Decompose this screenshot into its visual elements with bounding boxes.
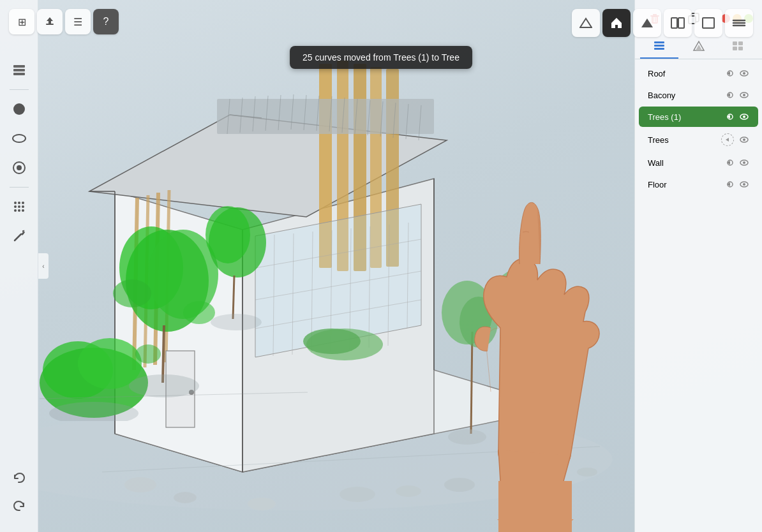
- svg-point-78: [135, 344, 161, 364]
- wand-icon: [12, 229, 26, 243]
- svg-rect-135: [738, 47, 743, 50]
- layer-arrow-wall: [724, 158, 734, 168]
- svg-rect-134: [733, 47, 737, 50]
- svg-point-56: [535, 475, 563, 488]
- layer-eye-floor[interactable]: [739, 179, 749, 189]
- radio-circle-button[interactable]: [6, 155, 32, 181]
- grid-icon: ⊞: [18, 16, 26, 28]
- svg-rect-133: [738, 41, 743, 45]
- layer-name-floor: Floor: [648, 180, 719, 189]
- undo-button[interactable]: [6, 466, 32, 491]
- lines-button[interactable]: [725, 9, 753, 37]
- menu-button[interactable]: ☰: [65, 9, 91, 34]
- svg-point-63: [493, 270, 538, 327]
- split-view-icon: [671, 17, 685, 29]
- layer-eye-trees[interactable]: [739, 135, 749, 145]
- layer-name-roof: Roof: [648, 69, 719, 78]
- svg-point-55: [499, 473, 522, 484]
- undo-icon: [12, 471, 26, 485]
- help-button[interactable]: ?: [93, 9, 119, 34]
- svg-line-114: [15, 234, 21, 240]
- dots-grid-icon: [12, 200, 26, 214]
- svg-point-77: [183, 301, 215, 324]
- svg-point-112: [18, 209, 20, 212]
- svg-point-61: [459, 297, 498, 348]
- separator-1: [10, 89, 29, 90]
- house-button[interactable]: [602, 9, 631, 37]
- svg-rect-90: [678, 18, 684, 28]
- ellipse-tool-button[interactable]: [6, 126, 32, 151]
- top-toolbar: ⊞ ☰ ?: [9, 9, 119, 34]
- green-tree-strokes: [40, 166, 308, 421]
- layer-item-floor[interactable]: Floor: [639, 174, 758, 195]
- tab-material[interactable]: [680, 34, 718, 59]
- svg-line-59: [471, 332, 472, 434]
- layer-eye-wall[interactable]: [739, 158, 749, 168]
- layer-eye-trees1[interactable]: [739, 112, 749, 122]
- help-icon: ?: [103, 16, 109, 27]
- layer-item-wall[interactable]: Wall: [639, 152, 758, 173]
- svg-point-106: [18, 202, 20, 204]
- svg-point-49: [124, 477, 156, 492]
- sidebar-toggle-button[interactable]: ‹: [38, 253, 49, 279]
- upload-icon: [44, 16, 56, 27]
- circle-tool-button[interactable]: [6, 96, 32, 122]
- dots-grid-button[interactable]: [6, 194, 32, 219]
- svg-point-74: [205, 206, 250, 263]
- layer-move-indicator: [721, 133, 734, 146]
- svg-point-109: [18, 205, 20, 208]
- split-view-button[interactable]: [664, 9, 692, 37]
- svg-point-53: [396, 485, 421, 497]
- layer-name-trees1: Trees (1): [648, 112, 719, 122]
- svg-point-149: [743, 161, 745, 164]
- triangle-outline-icon: [579, 17, 592, 29]
- svg-point-76: [113, 279, 151, 307]
- svg-point-144: [743, 115, 745, 118]
- svg-rect-98: [13, 65, 25, 68]
- svg-point-152: [743, 183, 745, 186]
- svg-rect-84: [46, 24, 54, 25]
- grid-tab-icon: [731, 40, 744, 52]
- svg-point-54: [444, 478, 475, 492]
- wand-tool-button[interactable]: [6, 223, 32, 249]
- layer-tool-button[interactable]: [6, 57, 32, 83]
- triangle-outline-button[interactable]: [572, 9, 600, 37]
- toast-notification: 25 curves moved from Trees (1) to Tree: [290, 46, 472, 69]
- layers-icon: [12, 64, 26, 77]
- svg-rect-89: [671, 18, 677, 28]
- undo-redo-group: [6, 466, 32, 519]
- layer-item-trees[interactable]: Trees: [639, 128, 758, 151]
- chevron-icon: ‹: [42, 263, 44, 270]
- upload-button[interactable]: [37, 9, 63, 34]
- circle-filled-icon: [12, 102, 26, 116]
- svg-marker-87: [611, 18, 622, 28]
- tab-grid[interactable]: [719, 34, 757, 59]
- svg-line-75: [233, 276, 234, 319]
- material-tab-icon: [692, 40, 705, 52]
- layer-arrow-floor: [724, 179, 734, 189]
- svg-point-79: [129, 374, 199, 397]
- layer-item-bacony[interactable]: Bacony: [639, 85, 758, 105]
- layer-arrow-roof: [724, 68, 734, 78]
- layers-panel: Roof Bacony Trees (1): [635, 59, 762, 532]
- svg-point-141: [743, 94, 745, 96]
- frame-button[interactable]: [694, 9, 722, 37]
- svg-rect-16: [217, 99, 434, 134]
- lines-icon: [732, 17, 746, 29]
- svg-point-50: [174, 492, 197, 503]
- triangle-filled-button[interactable]: [633, 9, 661, 37]
- top-right-toolbar: [572, 9, 753, 37]
- svg-marker-86: [580, 18, 592, 27]
- tab-layers[interactable]: [640, 34, 678, 59]
- separator-2: [10, 187, 29, 188]
- grid-view-button[interactable]: ⊞: [9, 9, 34, 34]
- layer-eye-roof[interactable]: [739, 68, 749, 78]
- layer-item-trees1[interactable]: Trees (1): [639, 107, 758, 127]
- redo-button[interactable]: [6, 494, 32, 519]
- layer-eye-bacony[interactable]: [739, 90, 749, 100]
- svg-point-105: [14, 202, 17, 204]
- layers-tab-icon: [653, 40, 666, 52]
- layer-item-roof[interactable]: Roof: [639, 63, 758, 84]
- svg-line-72: [163, 325, 164, 383]
- layer-arrow-bacony: [724, 90, 734, 100]
